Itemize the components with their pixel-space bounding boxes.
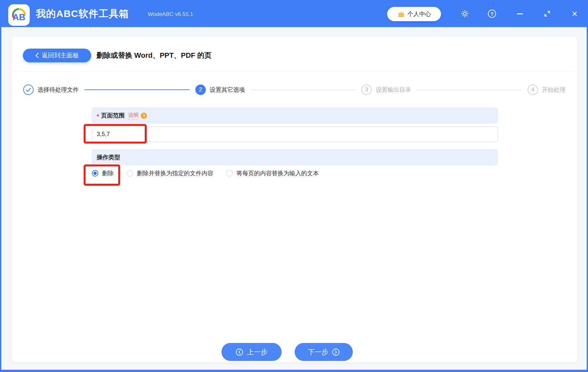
svg-text:?: ?: [490, 11, 493, 17]
operation-type-section-header: 操作类型: [91, 149, 498, 165]
page-range-label: 页面范围: [101, 112, 124, 119]
next-step-label: 下一步: [308, 348, 328, 357]
page-range-input[interactable]: [91, 127, 498, 142]
app-version: WodeABC v6.55.1: [148, 0, 193, 29]
svg-text:AB: AB: [12, 12, 25, 22]
next-step-button[interactable]: 下一步: [295, 343, 353, 361]
step-connector: [417, 89, 522, 90]
chevron-left-icon: [35, 53, 39, 58]
app-title: 我的ABC软件工具箱: [36, 0, 129, 27]
crown-icon: [397, 11, 405, 17]
page-range-section-header: * 页面范围 说明 ?: [91, 107, 498, 124]
personal-center-button[interactable]: 个人中心: [387, 7, 441, 21]
help-icon[interactable]: ?: [485, 7, 498, 20]
radio-option-delete-replace-file[interactable]: 删除并替换为指定的文件内容: [127, 169, 213, 177]
step-1-label: 选择待处理文件: [38, 86, 79, 94]
titlebar: AB 我的ABC软件工具箱 WodeABC v6.55.1 个人中心 ? ×: [0, 0, 588, 27]
header-divider: [11, 71, 577, 72]
check-icon: [26, 88, 31, 92]
step-1-circle: [23, 85, 34, 95]
personal-center-label: 个人中心: [408, 10, 431, 18]
minimize-icon: [517, 13, 523, 14]
page-title: 删除或替换 Word、PPT、PDF 的页: [96, 49, 212, 62]
radio-circle[interactable]: [127, 170, 133, 177]
minimize-button[interactable]: [513, 7, 526, 20]
step-2-circle: 2: [195, 85, 206, 95]
back-to-main-panel-button[interactable]: 返回到主面板: [23, 49, 91, 62]
step-3-label: 设置输出目录: [376, 86, 411, 94]
required-mark: *: [97, 111, 99, 120]
app-logo-icon: AB: [8, 4, 30, 26]
radio-option-delete[interactable]: 删除: [92, 169, 114, 177]
operation-type-label: 操作类型: [97, 153, 120, 161]
step-2-label: 设置其它选项: [210, 86, 245, 94]
step-4-circle: 4: [528, 85, 538, 95]
question-badge-icon[interactable]: ?: [141, 113, 147, 119]
step-connector: [251, 89, 356, 90]
step-3: 3 设置输出目录: [361, 85, 411, 95]
step-4-label: 开始处理: [542, 86, 565, 94]
step-4: 4 开始处理: [528, 85, 565, 95]
radio-option-replace-with-text[interactable]: 将每页的内容替换为输入的文本: [226, 169, 319, 177]
close-icon: ×: [572, 8, 578, 20]
settings-gear-icon[interactable]: [458, 7, 471, 20]
step-3-circle: 3: [361, 85, 372, 95]
step-connector: [85, 89, 189, 90]
maximize-button[interactable]: [541, 7, 554, 20]
previous-step-label: 上一步: [247, 348, 268, 357]
expand-arrows-icon: [543, 10, 551, 18]
radio-circle[interactable]: [226, 170, 233, 177]
radio-label: 将每页的内容替换为输入的文本: [237, 169, 319, 177]
step-2: 2 设置其它选项: [195, 85, 245, 95]
page-range-help-link[interactable]: 说明: [128, 112, 139, 119]
step-1: 选择待处理文件: [23, 85, 79, 95]
close-button[interactable]: ×: [568, 7, 581, 20]
radio-label: 删除并替换为指定的文件内容: [137, 169, 213, 177]
wizard-stepper: 选择待处理文件 2 设置其它选项 3 设置输出目录 4 开始处理: [23, 84, 565, 95]
radio-label: 删除: [102, 169, 114, 177]
circle-chevron-right-icon: [332, 348, 340, 356]
previous-step-button[interactable]: 上一步: [221, 343, 282, 361]
operation-type-options: 删除 删除并替换为指定的文件内容 将每页的内容替换为输入的文本: [92, 168, 319, 179]
radio-circle[interactable]: [92, 170, 98, 177]
back-button-label: 返回到主面板: [42, 51, 79, 60]
circle-chevron-left-icon: [236, 348, 243, 356]
main-card: 返回到主面板 删除或替换 Word、PPT、PDF 的页 选择待处理文件 2 设…: [11, 36, 578, 363]
